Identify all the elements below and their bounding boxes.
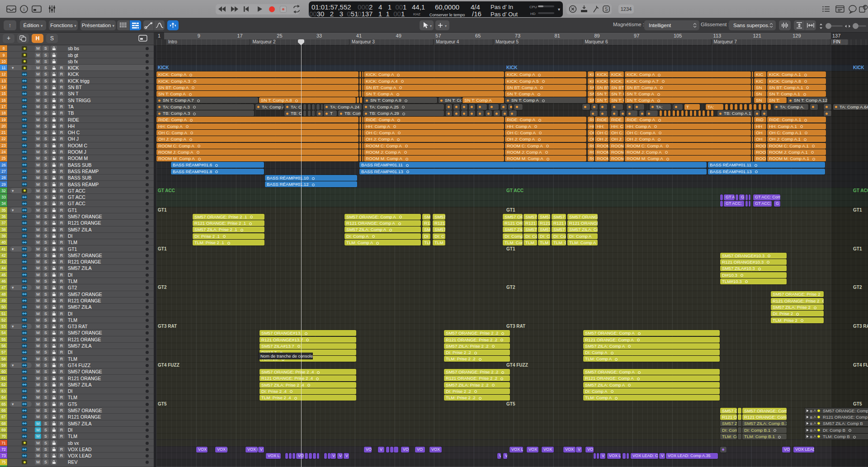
- svg-text:B: B: [810, 435, 812, 439]
- svg-text:B: B: [810, 428, 812, 432]
- svg-text:B: B: [810, 415, 812, 420]
- svg-text:▾: ▾: [445, 24, 447, 28]
- svg-text:B: B: [810, 422, 812, 426]
- svg-text:i: i: [23, 6, 24, 12]
- svg-text:B: B: [810, 409, 812, 413]
- svg-text:▾: ▾: [430, 24, 432, 28]
- svg-text:S: S: [605, 7, 608, 12]
